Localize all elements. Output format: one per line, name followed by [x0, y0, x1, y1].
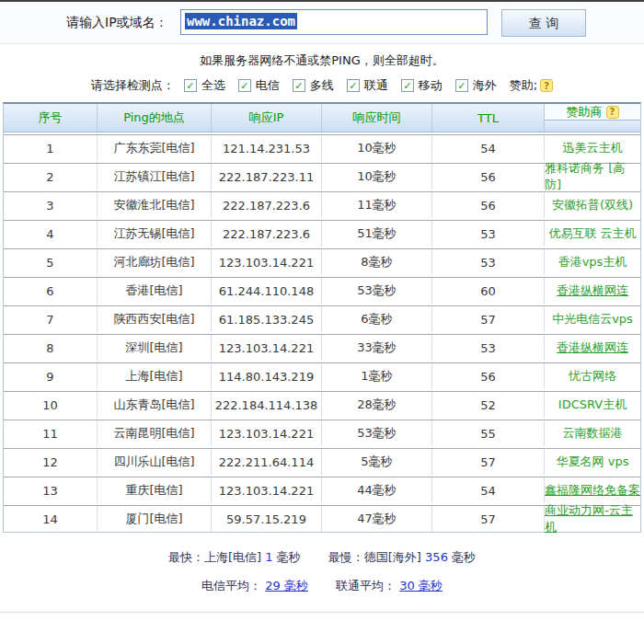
checkbox-checked-icon[interactable]: ✓ [401, 79, 414, 92]
sponsor-link[interactable]: 商业动力网-云主机 [545, 502, 640, 535]
header-sponsor-substrip [545, 121, 640, 132]
cell-time: 51毫秒 [322, 221, 432, 247]
cell-index: 11 [4, 420, 98, 446]
cell-ttl: 60 [432, 278, 545, 304]
table-row: 7 陕西西安[电信] 61.185.133.245 6毫秒 57 中光电信云vp… [4, 305, 640, 332]
domain-input[interactable]: www.chinaz.com [180, 9, 488, 35]
fastest-location: 上海[电信] [204, 550, 261, 564]
cell-ip: 222.211.64.114 [212, 449, 322, 475]
table-row: 2 江苏镇江[电信] 222.187.223.11 10毫秒 56 雅科诺商务 … [4, 163, 640, 190]
sponsor-link[interactable]: 安徽拓普(双线) [552, 197, 633, 213]
telecom-avg-value[interactable]: 29 毫秒 [265, 579, 308, 592]
cell-location: 江苏无锡[电信] [98, 221, 212, 247]
checkbox-label: 全选 [201, 77, 225, 94]
table-row: 1 广东东莞[电信] 121.14.231.53 10毫秒 54 迅美云主机 [4, 134, 640, 161]
cell-location: 云南昆明[电信] [98, 420, 212, 446]
cell-index: 4 [4, 221, 98, 247]
checkbox-label: 电信 [256, 77, 280, 94]
table-row: 4 江苏无锡[电信] 222.187.223.6 51毫秒 53 优易互联 云主… [4, 220, 640, 247]
ping-results-table: 序号 Ping的地点 响应IP 响应时间 TTL 赞助商 ? 1 广东东莞[电信… [3, 102, 641, 533]
checkpoint-checkbox[interactable]: ✓ 联通 [347, 77, 388, 94]
header-index: 序号 [4, 104, 98, 132]
summary-fastest-slowest: 最快：上海[电信] 1 毫秒 最慢：德国[海外] 356 毫秒 [0, 549, 644, 566]
table-row: 10 山东青岛[电信] 222.184.114.138 28毫秒 52 IDCS… [4, 391, 640, 418]
slowest-location: 德国[海外] [364, 550, 421, 564]
cell-location: 香港[电信] [98, 278, 212, 304]
cell-time: 10毫秒 [322, 164, 432, 190]
cell-time: 11毫秒 [322, 192, 432, 218]
sponsor-link[interactable]: 中光电信云vps [552, 311, 633, 328]
checkpoint-checkbox[interactable]: ✓ 移动 [401, 77, 443, 94]
cell-ttl: 53 [432, 335, 545, 361]
sponsor-link[interactable]: 香港vps主机 [558, 254, 627, 270]
sponsor-link[interactable]: 华夏名网 vps [557, 454, 629, 470]
sponsor-link[interactable]: 迅美云主机 [563, 140, 623, 156]
cell-index: 5 [4, 249, 98, 275]
cell-index: 8 [4, 335, 98, 361]
sponsor-help-icon[interactable]: ? [606, 106, 619, 119]
sponsor-link[interactable]: 香港纵横网连 [557, 339, 628, 356]
checkpoint-checkbox[interactable]: ✓ 全选 [184, 77, 225, 94]
checkpoint-checkbox[interactable]: ✓ 多线 [293, 77, 334, 94]
sponsor-link[interactable]: 鑫福隆网络免备案 [545, 482, 640, 499]
sponsor-link[interactable]: IDCSRV主机 [558, 397, 627, 413]
cell-index: 14 [4, 506, 98, 532]
cell-time: 44毫秒 [322, 477, 432, 503]
table-row: 11 云南昆明[电信] 123.103.14.221 53毫秒 55 云南数据港 [4, 420, 640, 446]
sponsor-link[interactable]: 忧古网络 [569, 368, 616, 385]
checkbox-label: 海外 [473, 77, 497, 94]
bottom-divider [0, 612, 644, 613]
cell-ttl: 56 [432, 192, 545, 218]
sponsor-link[interactable]: 香港纵横网连 [557, 282, 628, 299]
cell-ip: 61.244.110.148 [212, 278, 322, 304]
checkpoint-checkbox[interactable]: ✓ 电信 [238, 77, 280, 94]
cell-location: 重庆[电信] [98, 477, 212, 503]
checkbox-checked-icon[interactable]: ✓ [347, 79, 360, 92]
cell-index: 7 [4, 306, 98, 332]
table-row: 9 上海[电信] 114.80.143.219 1毫秒 56 忧古网络 [4, 362, 640, 389]
fastest-label: 最快： [168, 550, 204, 564]
cell-time: 47毫秒 [322, 506, 432, 532]
sponsor-word: 赞助; [510, 77, 537, 94]
table-row: 3 安徽淮北[电信] 222.187.223.6 11毫秒 56 安徽拓普(双线… [4, 191, 640, 218]
cell-time: 28毫秒 [322, 392, 432, 418]
header-location: Ping的地点 [98, 104, 212, 132]
checkbox-checked-icon[interactable]: ✓ [455, 79, 468, 92]
sponsor-link[interactable]: 雅科诺商务 [高防] [545, 160, 640, 193]
cell-ttl: 54 [432, 477, 545, 503]
cell-ttl: 53 [432, 221, 545, 247]
fastest-value: 1 [265, 550, 272, 564]
sponsor-link[interactable]: 云南数据港 [563, 425, 623, 442]
sponsor-link[interactable]: 优易互联 云主机 [548, 225, 636, 242]
cell-index: 12 [4, 449, 98, 475]
telecom-avg-label: 电信平均： [201, 579, 261, 592]
cell-time: 10毫秒 [322, 135, 432, 161]
help-icon[interactable]: ? [540, 79, 553, 92]
cell-ttl: 52 [432, 392, 545, 418]
cell-index: 10 [4, 392, 98, 418]
checkbox-checked-icon[interactable]: ✓ [238, 79, 251, 92]
cell-ip: 222.184.114.138 [212, 392, 322, 418]
checkpoint-checkbox[interactable]: ✓ 海外 [455, 77, 497, 94]
filter-row: 请选择检测点： ✓ 全选 ✓ 电信 ✓ 多线 ✓ 联通 ✓ 移动 ✓ 海外 赞助… [0, 76, 644, 95]
cell-time: 53毫秒 [322, 278, 432, 304]
cell-ttl: 57 [432, 506, 545, 532]
unicom-avg-value[interactable]: 30 毫秒 [399, 579, 443, 592]
cell-ip: 123.103.14.221 [212, 335, 322, 361]
table-row: 13 重庆[电信] 123.103.14.221 44毫秒 54 鑫福隆网络免备… [4, 477, 640, 503]
cell-location: 广东东莞[电信] [98, 135, 212, 161]
cell-ip: 222.187.223.6 [212, 221, 322, 247]
cell-ttl: 56 [432, 164, 545, 190]
cell-location: 深圳[电信] [98, 335, 212, 361]
cell-time: 53毫秒 [322, 420, 432, 446]
cell-ip: 114.80.143.219 [212, 363, 322, 389]
checkbox-checked-icon[interactable]: ✓ [293, 79, 305, 92]
timeout-notice: 如果服务器网络不通或禁PING，则全部超时。 [0, 52, 644, 69]
cell-ttl: 55 [432, 420, 545, 446]
query-button[interactable]: 查 询 [501, 9, 586, 37]
checkbox-checked-icon[interactable]: ✓ [184, 79, 197, 92]
cell-ttl: 57 [432, 306, 545, 332]
cell-ttl: 54 [432, 135, 545, 161]
header-sponsor-label: 赞助商 [567, 104, 603, 121]
header-ip: 响应IP [212, 104, 322, 132]
